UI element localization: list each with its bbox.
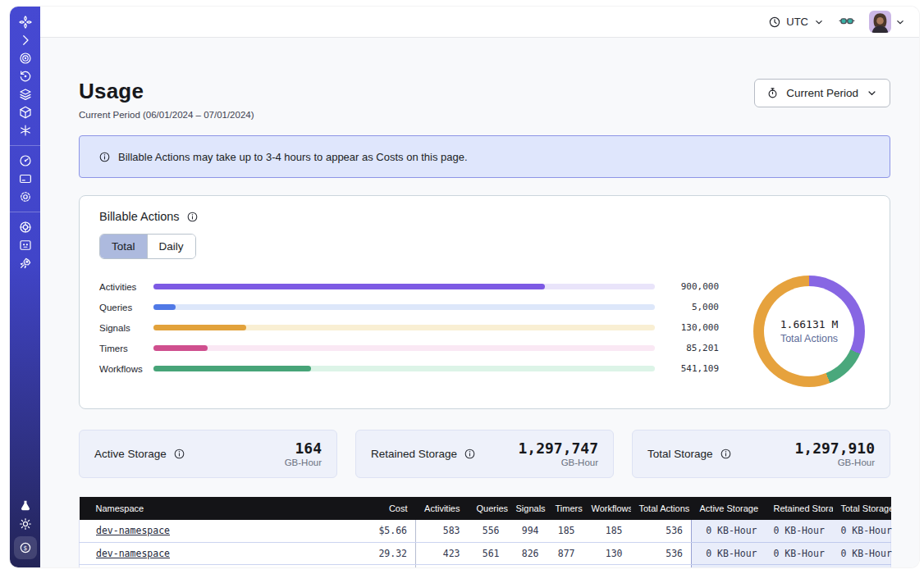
stopwatch-icon — [766, 87, 779, 99]
expand-icon[interactable] — [14, 31, 37, 49]
deployments-icon[interactable] — [14, 85, 37, 103]
sidebar-divider — [10, 145, 40, 146]
info-banner: Billable Actions may take up to 3-4 hour… — [79, 135, 890, 178]
info-icon — [98, 151, 111, 163]
labs-icon[interactable] — [14, 497, 37, 515]
main-area: UTC Usage Current Period (06/01/2024 – 0… — [40, 7, 919, 567]
cell-workflows: 185 — [583, 520, 631, 542]
glasses-icon[interactable] — [838, 13, 856, 31]
billable-actions-title: Billable Actions — [99, 210, 180, 223]
stat-unit: GB-Hour — [518, 458, 598, 467]
col-header-queries: Queries — [469, 497, 508, 520]
stat-value: 1,297,910 — [794, 440, 875, 457]
bar-track — [153, 345, 655, 351]
clock-icon — [768, 16, 781, 29]
workflows-icon[interactable] — [14, 103, 37, 121]
cell-total-storage: 0 KB-Hour — [833, 520, 891, 542]
col-header-retained-storage: Retained Storage — [766, 497, 833, 520]
timezone-selector[interactable]: UTC — [768, 16, 825, 29]
bar-label: Timers — [99, 344, 153, 353]
cell-workflows: 130 — [583, 542, 631, 564]
history-icon[interactable] — [14, 67, 37, 85]
chevron-down-icon — [813, 16, 825, 28]
cell-retained-storage: 0 KB-Hour — [766, 520, 833, 542]
namespace-usage-table: NamespaceCostActivitiesQueriesSignalsTim… — [79, 497, 891, 567]
donut-total-value: 1.66131 M — [780, 318, 838, 330]
pricing-icon[interactable]: $ — [14, 536, 37, 559]
info-icon[interactable] — [464, 448, 476, 460]
cell-timers: 877 — [547, 542, 583, 564]
cell-workflows: 600 — [583, 564, 631, 567]
cell-retained-storage: 0 KB-Hour — [766, 564, 833, 567]
sidebar-divider — [10, 212, 40, 212]
stat-unit: GB-Hour — [794, 458, 875, 467]
page-title-block: Usage Current Period (06/01/2024 – 07/01… — [79, 79, 254, 120]
nexus-icon[interactable] — [14, 121, 37, 139]
stat-value: 164 — [285, 440, 322, 457]
cell-signals: 883 — [508, 564, 547, 567]
cell-timers: 185 — [547, 520, 583, 542]
col-header-signals: Signals — [508, 497, 547, 520]
table-row: dev-namespace$3.354925368838166001300 KB… — [80, 564, 891, 567]
chevron-down-icon — [866, 87, 878, 99]
cell-active-storage: 0 KB-Hour — [692, 520, 766, 542]
user-menu[interactable] — [869, 11, 906, 33]
settings-icon[interactable] — [14, 188, 37, 206]
stat-value: 1,297,747 — [518, 440, 598, 457]
feedback-icon[interactable] — [14, 236, 37, 254]
namespace-link[interactable]: dev-namespace — [96, 525, 170, 536]
col-header-workflows: Workflows — [583, 497, 631, 520]
support-icon[interactable] — [14, 218, 37, 236]
info-icon[interactable] — [720, 448, 732, 460]
cell-queries: 556 — [469, 520, 508, 542]
getting-started-icon[interactable] — [14, 254, 37, 272]
cell-activities: 492 — [416, 564, 469, 567]
col-header-namespace: Namespace — [80, 497, 341, 520]
period-select-button[interactable]: Current Period — [754, 79, 890, 107]
theme-icon[interactable] — [14, 515, 37, 533]
bar-fill — [153, 345, 208, 351]
cell-signals: 994 — [508, 520, 547, 542]
namespaces-icon[interactable] — [14, 49, 37, 67]
stat-label: Retained Storage — [371, 448, 457, 460]
bar-fill — [153, 366, 311, 371]
billing-icon[interactable] — [14, 170, 37, 188]
bar-track — [153, 366, 655, 371]
cell-total-actions: 536 — [631, 520, 692, 542]
app-window: $ UTC U — [10, 7, 919, 567]
cell-total-storage: 0 KB-Hour — [833, 564, 891, 567]
col-header-active-storage: Active Storage — [692, 497, 766, 520]
info-icon[interactable] — [173, 448, 185, 460]
table-row: dev-namespace$5.665835569941851855360 KB… — [80, 520, 891, 542]
bar-row-signals: Signals130,000 — [99, 322, 719, 333]
tab-daily[interactable]: Daily — [147, 235, 195, 258]
bar-row-queries: Queries5,000 — [99, 302, 719, 312]
bar-value: 5,000 — [655, 302, 719, 312]
cell-retained-storage: 0 KB-Hour — [766, 542, 833, 564]
topbar: UTC — [40, 7, 919, 38]
temporal-logo-icon[interactable] — [14, 13, 37, 31]
avatar — [869, 11, 891, 33]
usage-icon[interactable] — [14, 152, 37, 170]
bar-label: Signals — [99, 323, 153, 333]
cell-total-actions: 536 — [631, 542, 692, 564]
table-header-row: NamespaceCostActivitiesQueriesSignalsTim… — [80, 497, 891, 520]
retained-storage-card: Retained Storage1,297,747GB-Hour — [355, 430, 614, 478]
content: Usage Current Period (06/01/2024 – 07/01… — [40, 38, 919, 567]
bar-fill — [153, 325, 246, 330]
stat-label: Total Storage — [647, 448, 713, 460]
tab-total[interactable]: Total — [100, 235, 147, 258]
bar-row-workflows: Workflows541,109 — [99, 363, 719, 374]
bar-value: 85,201 — [655, 343, 719, 353]
active-storage-card: Active Storage164GB-Hour — [79, 430, 337, 478]
cell-activities: 423 — [416, 542, 469, 564]
stat-label: Active Storage — [94, 448, 167, 460]
bar-fill — [153, 304, 176, 310]
timezone-label: UTC — [786, 16, 808, 28]
total-actions-donut: 1.66131 M Total Actions — [753, 276, 865, 387]
cell-queries: 536 — [469, 564, 508, 567]
bar-label: Workflows — [99, 364, 153, 374]
cell-total-actions: 130 — [631, 564, 692, 567]
info-icon[interactable] — [186, 211, 199, 223]
namespace-link[interactable]: dev-namespace — [96, 548, 170, 559]
